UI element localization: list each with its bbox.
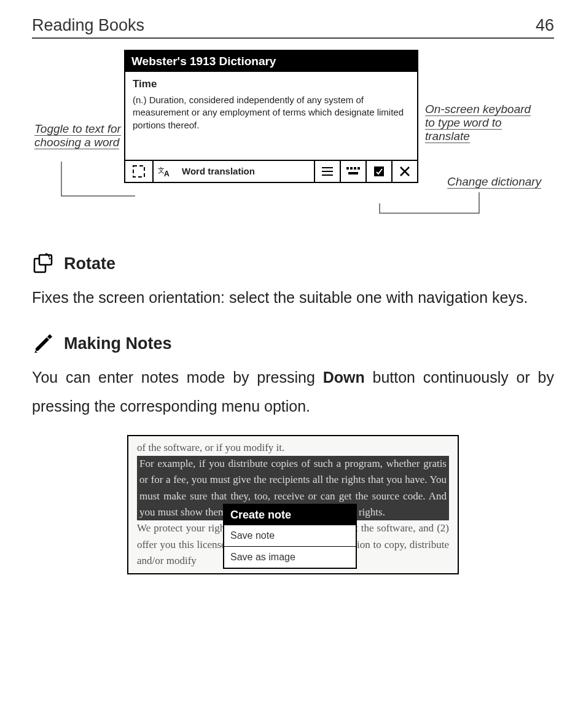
dictionary-title: Webster's 1913 Dictionary — [125, 51, 417, 72]
section-making-notes: Making Notes You can enter notes mode by… — [32, 332, 554, 574]
rotate-body: Fixes the screen orientation: select the… — [32, 283, 554, 311]
dictionary-word: Time — [133, 78, 410, 90]
create-note-title: Create note — [224, 505, 356, 525]
dictionary-toolbar: 文A Word translation — [125, 161, 417, 182]
chapter-title: Reading Books — [32, 16, 144, 35]
rotate-icon — [32, 252, 54, 275]
change-dictionary-button[interactable] — [365, 161, 391, 182]
list-view-button[interactable] — [314, 161, 340, 182]
svg-marker-19 — [34, 351, 37, 353]
svg-rect-0 — [133, 166, 144, 177]
svg-rect-11 — [374, 166, 384, 176]
notes-screenshot: of the software, or if you modify it. Fo… — [127, 435, 459, 574]
dictionary-figure: Toggle to text for choosing a word On-sc… — [32, 50, 554, 228]
dictionary-definition: (n.) Duration, considered independently … — [133, 94, 410, 131]
pencil-icon — [32, 332, 54, 354]
svg-rect-10 — [348, 172, 358, 174]
word-translation-label: Word translation — [176, 166, 261, 176]
notes-text-line: of the software, or if you modify it. — [137, 440, 449, 456]
callout-onscreen-keyboard: On-screen keyboard to type word to trans… — [425, 103, 536, 143]
making-notes-heading: Making Notes — [64, 334, 172, 353]
callout-change-dictionary: Change dictionary — [447, 175, 541, 189]
svg-rect-6 — [346, 167, 349, 170]
svg-marker-18 — [47, 334, 52, 339]
dictionary-popup: Webster's 1913 Dictionary Time (n.) Dura… — [124, 50, 418, 183]
making-notes-body: You can enter notes mode by pressing Dow… — [32, 363, 554, 420]
rotate-heading: Rotate — [64, 254, 115, 273]
keyboard-button[interactable] — [340, 161, 365, 182]
svg-marker-17 — [36, 337, 49, 351]
page-header: Reading Books 46 — [32, 16, 554, 39]
save-note-option[interactable]: Save note — [224, 525, 356, 547]
page-number: 46 — [536, 16, 554, 35]
translate-icon[interactable]: 文A — [152, 161, 176, 182]
create-note-popup: Create note Save note Save as image — [223, 504, 357, 569]
text-mode-toggle-button[interactable] — [125, 161, 152, 182]
svg-text:A: A — [164, 170, 170, 178]
svg-rect-9 — [357, 167, 360, 170]
save-as-image-option[interactable]: Save as image — [224, 547, 356, 568]
svg-rect-7 — [350, 167, 353, 170]
section-rotate: Rotate Fixes the screen orientation: sel… — [32, 252, 554, 311]
close-button[interactable] — [391, 161, 417, 182]
svg-rect-8 — [354, 167, 356, 170]
